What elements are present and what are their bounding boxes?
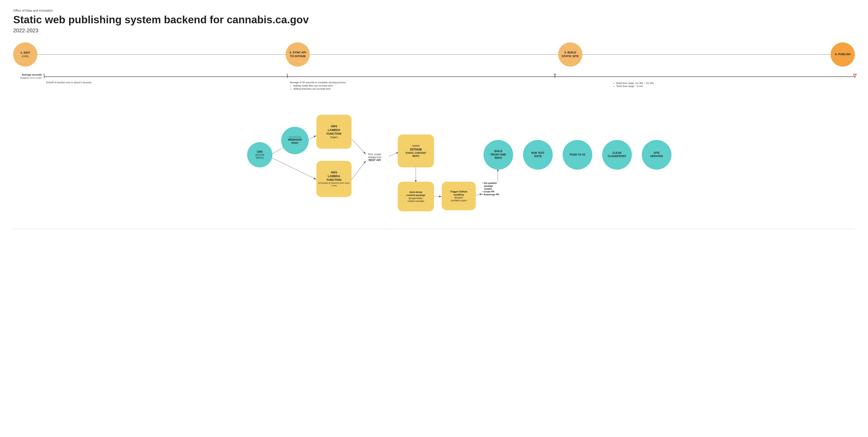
axis-label: Average seconds (Diagram not to scale) — [13, 73, 44, 79]
node-rest-api: PULL content changes from REST API — [359, 149, 390, 166]
node-webhook: NOTIFICATION WEBHOOK POST — [281, 127, 309, 154]
flow-section: CMS (EDITOR SAVES) NOTIFICATION WEBHOOK … — [13, 101, 855, 220]
node-lambda2: AWS LAMBDA FUNCTION (scheduled at freque… — [316, 161, 351, 197]
node-cms: CMS (EDITOR SAVES) — [247, 142, 272, 167]
node-site-updated: SITE UPDATED — [642, 140, 672, 170]
annotation-1: Kickoff of function runs in about 5 seco… — [44, 81, 287, 84]
org-label: Office of Data and Innovation — [13, 9, 855, 12]
header: Office of Data and Innovation Static web… — [13, 9, 855, 34]
page-title: Static web publishing system backend for… — [13, 14, 855, 26]
svg-line-3 — [308, 136, 316, 140]
timeline-connector — [31, 54, 837, 55]
flow-diagram: CMS (EDITOR SAVES) NOTIFICATION WEBHOOK … — [241, 101, 627, 220]
timeline-stages: 1. EDIT (CMS) 2. SYNC API TO GITHUB 3. B… — [13, 42, 855, 67]
timeline-section: 1. EDIT (CMS) 2. SYNC API TO GITHUB 3. B… — [13, 42, 855, 91]
node-trigger-workflow: Trigger GitHub workflow @cagov/ cannabis… — [442, 182, 476, 210]
annotation-2: Average of 30 seconds to complete syncin… — [287, 81, 611, 91]
node-build-frontend: BUILD FRONT END REPO — [484, 140, 513, 170]
svg-line-6 — [389, 152, 399, 157]
axis-bar: 0 5 30 240 — [44, 73, 855, 80]
annotation-3: Build time range: 1m 30s ~ 2m 30s Tests … — [611, 81, 855, 88]
node-github-repo: Update GITHUB STATIC CONTENT REPO — [398, 134, 434, 167]
annotations-content: Kickoff of function runs in about 5 seco… — [44, 81, 855, 91]
node-push-to-s3: PUSH TO S3 — [563, 140, 592, 170]
node-auto-bump: Auto-bump content package @cagov/static-… — [398, 182, 434, 211]
stage-4: 4. PUBLISH — [831, 42, 855, 67]
node-get-updated: • Get updated package number • Create PR… — [483, 179, 517, 208]
node-clear-cloudfront: CLEAR CLOUDFRONT — [602, 140, 632, 170]
stage-3: 3. BUILD STATIC SITE — [558, 42, 582, 67]
stage-1: 1. EDIT (CMS) — [13, 42, 37, 67]
node-lambda1: AWS LAMBDA FUNCTION (trigger) — [316, 115, 351, 149]
node-run-test-suite: RUN TEST SUITE — [523, 140, 553, 170]
divider — [13, 229, 855, 229]
annotations-row: Kickoff of function runs in about 5 seco… — [13, 81, 855, 91]
stage-2: 2. SYNC API TO GITHUB — [286, 42, 310, 67]
page-year: 2022-2023 — [13, 28, 855, 34]
svg-line-2 — [271, 158, 316, 179]
axis-row: Average seconds (Diagram not to scale) 0… — [13, 73, 855, 80]
